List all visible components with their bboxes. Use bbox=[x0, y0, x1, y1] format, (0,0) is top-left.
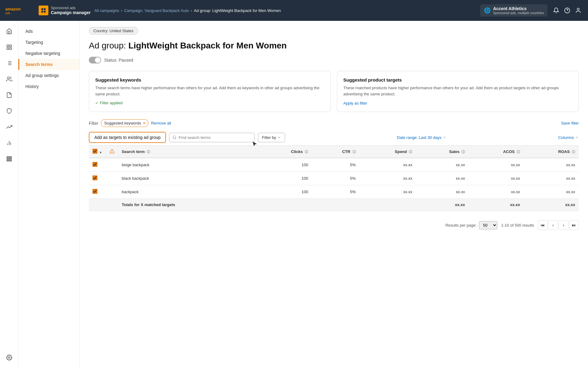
barchart-icon-btn[interactable] bbox=[2, 136, 16, 150]
last-page-button[interactable]: ⏭ bbox=[569, 220, 579, 230]
results-info: 1-10 of 500 results bbox=[501, 223, 534, 228]
suggested-keywords-card: Suggested keywords These search terms ha… bbox=[89, 71, 331, 112]
row-checkbox-cell bbox=[89, 172, 106, 185]
svg-rect-28 bbox=[10, 158, 11, 159]
row-checkbox-0[interactable] bbox=[92, 162, 97, 167]
save-filter-button[interactable]: Save filter bbox=[561, 121, 579, 125]
filter-label: Filter bbox=[89, 121, 98, 126]
row-checkbox-2[interactable] bbox=[92, 189, 97, 194]
notifications-button[interactable] bbox=[551, 6, 561, 15]
filter-by-button[interactable]: Filter by bbox=[258, 133, 285, 142]
th-warning bbox=[106, 146, 118, 158]
row-acos: xx.xx bbox=[469, 158, 524, 172]
users-icon-btn[interactable] bbox=[2, 72, 16, 86]
suggested-product-targets-title: Suggested product targets bbox=[343, 77, 572, 82]
account-block[interactable]: 🌐 Accent Athletics Sponsored ads, multip… bbox=[480, 4, 548, 17]
globe-icon: 🌐 bbox=[484, 7, 491, 14]
sponsored-ads-text: Sponsored ads Campaign manager bbox=[51, 6, 91, 15]
country-badge[interactable]: Country: United States bbox=[89, 27, 138, 35]
sponsored-ads-icon bbox=[39, 6, 48, 15]
chevron-down-icon-select: ▼ bbox=[99, 151, 102, 154]
remove-chip-icon[interactable]: × bbox=[143, 121, 145, 125]
row-clicks: 100 bbox=[256, 185, 312, 199]
apply-filter-link[interactable]: Apply as filter bbox=[343, 101, 367, 105]
chevron-down-icon-cols bbox=[575, 136, 579, 139]
document-icon-btn[interactable] bbox=[2, 88, 16, 102]
filter-by-label: Filter by bbox=[262, 135, 276, 140]
row-spend: xx.xx bbox=[360, 185, 416, 199]
remove-all-button[interactable]: Remove all bbox=[151, 121, 171, 125]
info-icon-roas[interactable]: ⓘ bbox=[572, 150, 575, 154]
shield-icon-btn[interactable] bbox=[2, 104, 16, 118]
row-acos: xx.xx bbox=[469, 172, 524, 185]
row-checkbox-1[interactable] bbox=[92, 175, 97, 180]
next-page-button[interactable]: › bbox=[559, 220, 568, 230]
search-input[interactable] bbox=[179, 133, 251, 142]
filter-applied: ✓ Filter applied bbox=[95, 101, 324, 105]
sidebar-item-search-terms[interactable]: Search terms bbox=[18, 59, 79, 70]
row-spend: xx.xx bbox=[360, 172, 416, 185]
filter-chip-suggested-keywords[interactable]: Suggested keywords × bbox=[101, 119, 149, 127]
prev-page-button[interactable]: ‹ bbox=[548, 220, 558, 230]
th-clicks-label: Clicks bbox=[291, 149, 303, 154]
info-icon-search-term[interactable]: ⓘ bbox=[147, 150, 150, 154]
row-warning-cell bbox=[106, 158, 118, 172]
svg-point-19 bbox=[7, 77, 9, 79]
filter-row: Filter Suggested keywords × Remove all S… bbox=[89, 119, 579, 127]
date-range-label: Date range: Last 30 days bbox=[397, 135, 441, 140]
results-per-page-select[interactable]: 50 25 100 bbox=[479, 221, 497, 229]
totals-sales-cell: xx.xx bbox=[416, 199, 469, 211]
row-checkbox-cell bbox=[89, 185, 106, 199]
table-header-row: ▼ Search term ⓘ Clicks ⓘ CTR bbox=[89, 146, 579, 158]
breadcrumb-sep2: › bbox=[191, 8, 192, 13]
breadcrumb-all-campaigns[interactable]: All campaigns bbox=[94, 8, 119, 13]
suggested-product-targets-card: Suggested product targets These matched … bbox=[337, 71, 579, 112]
svg-rect-12 bbox=[9, 48, 11, 50]
row-search-term: backpack bbox=[118, 185, 256, 199]
row-ctr: 5% bbox=[312, 185, 359, 199]
totals-row: Totals for X matched targets xx.xx xx.xx… bbox=[89, 199, 579, 211]
totals-ctr-cell bbox=[312, 199, 359, 211]
select-all-checkbox[interactable] bbox=[92, 149, 97, 154]
left-sidebar bbox=[0, 21, 18, 368]
th-spend: Spend ⓘ bbox=[360, 146, 416, 158]
info-icon-ctr[interactable]: ⓘ bbox=[352, 150, 356, 154]
svg-rect-10 bbox=[9, 45, 11, 47]
sidebar-item-ads[interactable]: Ads bbox=[18, 26, 79, 37]
add-targets-button[interactable]: Add as targets to existing ad group bbox=[89, 132, 166, 143]
sidebar-item-ad-group-settings[interactable]: Ad group settings bbox=[18, 70, 79, 81]
info-icon-clicks[interactable]: ⓘ bbox=[305, 150, 308, 154]
totals-clicks-cell bbox=[256, 199, 312, 211]
apps-icon-btn[interactable] bbox=[2, 152, 16, 166]
columns-button[interactable]: Columns bbox=[558, 135, 579, 140]
sidebar-item-negative-targeting[interactable]: Negative targeting bbox=[18, 48, 79, 59]
row-warning-cell bbox=[106, 172, 118, 185]
status-text: Status: Paused bbox=[104, 58, 133, 63]
trending-icon-btn[interactable] bbox=[2, 120, 16, 134]
breadcrumb-campaign[interactable]: Campaign: Vanguard Backpack Auto bbox=[124, 8, 189, 13]
info-icon-sales[interactable]: ⓘ bbox=[462, 150, 465, 154]
help-button[interactable] bbox=[562, 6, 572, 15]
home-icon-btn[interactable] bbox=[2, 25, 16, 38]
profile-button[interactable] bbox=[573, 6, 583, 15]
th-sales: Sales ⓘ bbox=[416, 146, 469, 158]
amazon-logo: amazon ads bbox=[5, 5, 32, 16]
sidebar-item-history[interactable]: History bbox=[18, 81, 79, 92]
first-page-button[interactable]: ⏮ bbox=[538, 220, 548, 230]
info-icon-acos[interactable]: ⓘ bbox=[517, 150, 520, 154]
table-body: beige backpack 100 5% xx.xx xx.xx xx.xx … bbox=[89, 158, 579, 199]
list-icon-btn[interactable] bbox=[2, 56, 16, 70]
sidebar-item-targeting[interactable]: Targeting bbox=[18, 37, 79, 48]
date-range-button[interactable]: Date range: Last 30 days bbox=[397, 135, 446, 140]
settings-icon-btn[interactable] bbox=[2, 351, 16, 364]
th-acos-label: ACOS bbox=[503, 149, 515, 154]
suggested-keywords-desc: These search terms have higher performan… bbox=[95, 85, 324, 97]
columns-label: Columns bbox=[558, 135, 574, 140]
table-row: backpack 100 5% xx.xx xx.xx xx.xx xx.xx bbox=[89, 185, 579, 199]
grid-icon-btn[interactable] bbox=[2, 40, 16, 54]
th-acos: ACOS ⓘ bbox=[469, 146, 524, 158]
th-select-all: ▼ bbox=[89, 146, 106, 158]
row-sales: xx.xx bbox=[416, 158, 469, 172]
status-toggle[interactable] bbox=[89, 57, 101, 63]
info-icon-spend[interactable]: ⓘ bbox=[409, 150, 412, 154]
